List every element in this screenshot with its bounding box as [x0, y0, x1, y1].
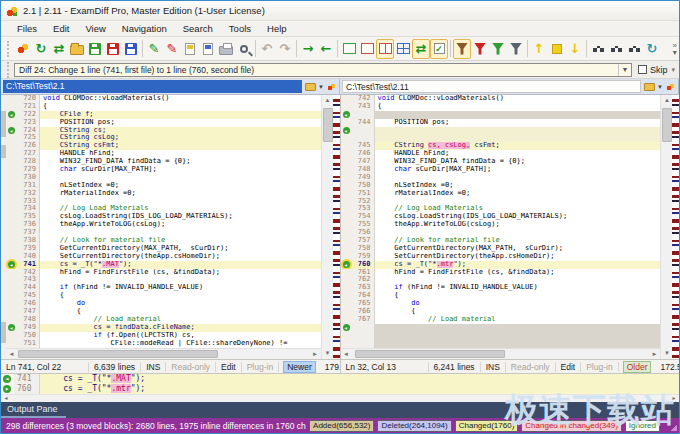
current-diff-marker-icon[interactable]: [8, 261, 15, 268]
scroll-up-icon[interactable]: [322, 95, 334, 106]
sync-scroll-icon[interactable]: ⇄: [412, 39, 430, 59]
grid-view-icon[interactable]: [394, 39, 412, 59]
toolbar-overflow-icon[interactable]: »▾: [673, 42, 677, 56]
first-file-path[interactable]: C:\Test\Test\2.1: [3, 80, 302, 93]
edit-toggle[interactable]: Edit: [556, 362, 582, 372]
second-file-dropdown-icon[interactable]: ▼: [657, 84, 663, 90]
diff-combo-dropdown-icon[interactable]: ▼: [618, 64, 631, 76]
diff-marker-icon[interactable]: [343, 127, 350, 134]
merge-left-icon[interactable]: ◂: [3, 375, 11, 383]
first-file-code[interactable]: 720void CLOMDoc::vLoadMaterials()721{722…: [6, 95, 321, 348]
second-file-code[interactable]: 742void CLOMDoc::vLoadMaterials()743{744…: [341, 95, 661, 348]
scroll-left-icon[interactable]: [341, 349, 352, 359]
split-view-icon[interactable]: [376, 39, 394, 59]
open-first-file-icon[interactable]: [305, 83, 316, 91]
detail-hscrollbar[interactable]: [1, 394, 679, 402]
first-file-dropdown-icon[interactable]: ▼: [318, 84, 324, 90]
find-prev-icon[interactable]: [625, 39, 643, 59]
scroll-right-icon[interactable]: [669, 395, 679, 402]
save-all-icon[interactable]: [122, 39, 140, 59]
vscroll-thumb[interactable]: [662, 108, 672, 142]
show-second-pane-icon[interactable]: [358, 39, 376, 59]
edit-toggle[interactable]: Edit: [216, 362, 242, 372]
find-next-icon[interactable]: [607, 39, 625, 59]
resize-grip[interactable]: [670, 424, 677, 431]
prev-diff-icon[interactable]: ↑: [530, 39, 548, 59]
detail-marker[interactable]: ▸: [1, 384, 14, 394]
edit-first-file-icon[interactable]: ✎: [145, 39, 163, 59]
undo-icon[interactable]: ↶: [258, 39, 276, 59]
ins-mode[interactable]: INS: [141, 362, 166, 372]
filter-added-icon[interactable]: [489, 39, 507, 59]
diff-marker-icon[interactable]: [8, 111, 15, 118]
second-pane-diff-map[interactable]: [672, 95, 679, 359]
second-file-path[interactable]: C:\Test\Test\2.11: [342, 80, 641, 93]
print-icon[interactable]: [217, 39, 235, 59]
show-options-icon[interactable]: ✓: [430, 39, 448, 59]
copy-to-left-icon[interactable]: ←: [317, 39, 335, 59]
vscroll-thumb[interactable]: [323, 108, 333, 142]
diff-marker-icon[interactable]: [8, 324, 15, 331]
diff-marker-icon[interactable]: [343, 111, 350, 118]
edit-second-file-icon[interactable]: ✎: [163, 39, 181, 59]
hscroll-thumb[interactable]: [18, 350, 218, 358]
menu-tools[interactable]: Tools: [221, 22, 259, 35]
compare-icon[interactable]: [14, 39, 32, 59]
scroll-down-icon[interactable]: [322, 348, 334, 359]
filter-search-icon[interactable]: [507, 39, 525, 59]
open-second-file-icon[interactable]: [644, 83, 655, 91]
readonly-toggle[interactable]: Read-only: [506, 362, 556, 372]
save-first-file-icon[interactable]: [86, 39, 104, 59]
menu-search[interactable]: Search: [175, 22, 221, 35]
copy-first-icon[interactable]: [181, 39, 199, 59]
print-preview-icon[interactable]: [235, 39, 253, 59]
diff-marker-icon[interactable]: [8, 127, 15, 134]
save-second-file-icon[interactable]: [104, 39, 122, 59]
hscroll-thumb[interactable]: [355, 350, 505, 358]
filter-all-diffs-icon[interactable]: [453, 39, 471, 59]
next-diff-icon[interactable]: ↓: [566, 39, 584, 59]
second-pane-hscrollbar[interactable]: [341, 348, 661, 359]
first-pane-vscrollbar[interactable]: [321, 95, 333, 359]
diff-combo[interactable]: Diff 24: Change 1 line (741, first file)…: [14, 63, 632, 77]
plugin-toggle[interactable]: Plug-in: [242, 362, 279, 372]
auto-recompare-icon[interactable]: ↻: [643, 39, 661, 59]
output-pane-tab[interactable]: Output Pane: [1, 402, 66, 418]
first-pane-hscrollbar[interactable]: [6, 348, 321, 359]
second-compare-icon[interactable]: [665, 82, 676, 92]
menu-help[interactable]: Help: [259, 22, 295, 35]
merge-right-icon[interactable]: ▸: [3, 385, 11, 393]
open-files-icon[interactable]: [68, 39, 86, 59]
second-pane-vscrollbar[interactable]: [660, 95, 672, 359]
scroll-left-icon[interactable]: [1, 395, 11, 402]
scroll-right-icon[interactable]: [310, 349, 321, 359]
skip-checkbox-group[interactable]: Skip: [638, 65, 668, 75]
filter-deleted-icon[interactable]: [471, 39, 489, 59]
recompare-icon[interactable]: ↻: [32, 39, 50, 59]
copy-to-right-icon[interactable]: →: [299, 39, 317, 59]
menu-navigation[interactable]: Navigation: [114, 22, 175, 35]
find-icon[interactable]: [589, 39, 607, 59]
menu-edit[interactable]: Edit: [45, 22, 77, 35]
redo-icon[interactable]: ↷: [276, 39, 294, 59]
scroll-right-icon[interactable]: [649, 349, 660, 359]
current-diff-icon[interactable]: [548, 39, 566, 59]
detail-marker[interactable]: ◂: [1, 374, 14, 384]
menu-files[interactable]: Files: [9, 22, 45, 35]
readonly-toggle[interactable]: Read-only: [166, 362, 216, 372]
copy-second-icon[interactable]: [199, 39, 217, 59]
swap-panes-icon[interactable]: ⇄: [50, 39, 68, 59]
scroll-left-icon[interactable]: [6, 349, 17, 359]
show-first-pane-icon[interactable]: [340, 39, 358, 59]
scroll-up-icon[interactable]: [661, 95, 673, 106]
diff-marker-icon[interactable]: [343, 324, 350, 331]
current-diff-marker-icon[interactable]: [343, 261, 350, 268]
first-compare-icon[interactable]: [326, 82, 337, 92]
menu-view[interactable]: View: [77, 22, 113, 35]
skip-checkbox[interactable]: [638, 65, 647, 74]
first-pane-diff-map[interactable]: [333, 95, 340, 359]
diffbar-overflow-icon[interactable]: ▾: [671, 67, 675, 73]
scroll-down-icon[interactable]: [661, 348, 673, 359]
plugin-toggle[interactable]: Plug-in: [581, 362, 618, 372]
ins-mode[interactable]: INS: [481, 362, 506, 372]
